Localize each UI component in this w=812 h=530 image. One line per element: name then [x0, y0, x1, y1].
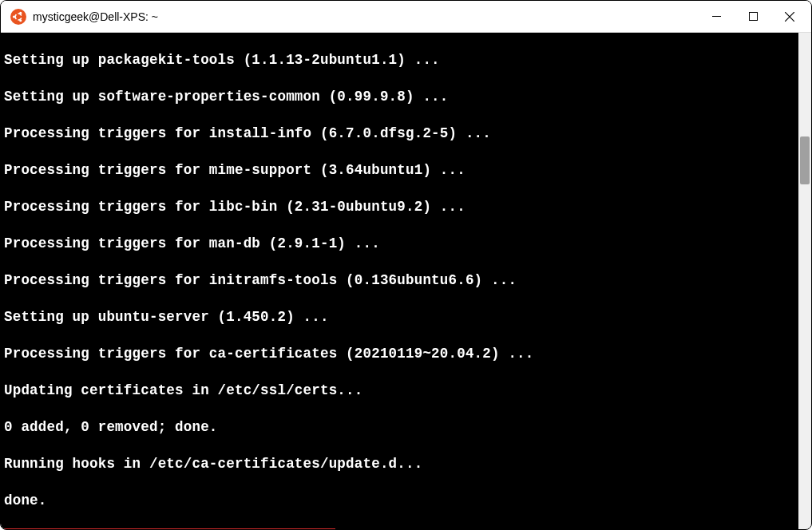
window-controls — [698, 1, 808, 32]
output-line: Processing triggers for libc-bin (2.31-0… — [1, 198, 798, 216]
output-line: Processing triggers for ca-certificates … — [1, 345, 798, 363]
output-line: Setting up ubuntu-server (1.450.2) ... — [1, 308, 798, 326]
minimize-button[interactable] — [698, 1, 735, 33]
close-button[interactable] — [771, 1, 808, 33]
scrollbar[interactable] — [798, 33, 811, 529]
output-line: done. — [1, 492, 798, 510]
output-line: Processing triggers for install-info (6.… — [1, 125, 798, 143]
ubuntu-icon — [10, 9, 26, 25]
close-icon — [785, 12, 794, 22]
output-line: Setting up software-properties-common (0… — [1, 88, 798, 106]
output-line: Updating certificates in /etc/ssl/certs.… — [1, 382, 798, 400]
output-line: Processing triggers for mime-support (3.… — [1, 161, 798, 180]
maximize-button[interactable] — [735, 1, 771, 33]
terminal[interactable]: Setting up packagekit-tools (1.1.13-2ubu… — [1, 33, 798, 529]
maximize-icon — [749, 12, 758, 21]
scrollbar-thumb[interactable] — [800, 136, 810, 184]
window: mysticgeek@Dell-XPS: ~ Setting up packag… — [0, 0, 812, 530]
output-line: Processing triggers for man-db (2.9.1-1)… — [1, 235, 798, 253]
output-line: Running hooks in /etc/ca-certificates/up… — [1, 455, 798, 473]
output-line: Processing triggers for initramfs-tools … — [1, 271, 798, 290]
output-line: 0 added, 0 removed; done. — [1, 418, 798, 437]
terminal-container: Setting up packagekit-tools (1.1.13-2ubu… — [1, 33, 811, 529]
window-title: mysticgeek@Dell-XPS: ~ — [33, 10, 691, 23]
minimize-icon — [712, 12, 721, 21]
svg-rect-4 — [749, 13, 757, 21]
highlight-box-1: mysticgeek@Dell-XPS:~$ sudo apt update — [2, 528, 335, 529]
titlebar[interactable]: mysticgeek@Dell-XPS: ~ — [1, 1, 811, 33]
output-line: Setting up packagekit-tools (1.1.13-2ubu… — [1, 51, 798, 69]
